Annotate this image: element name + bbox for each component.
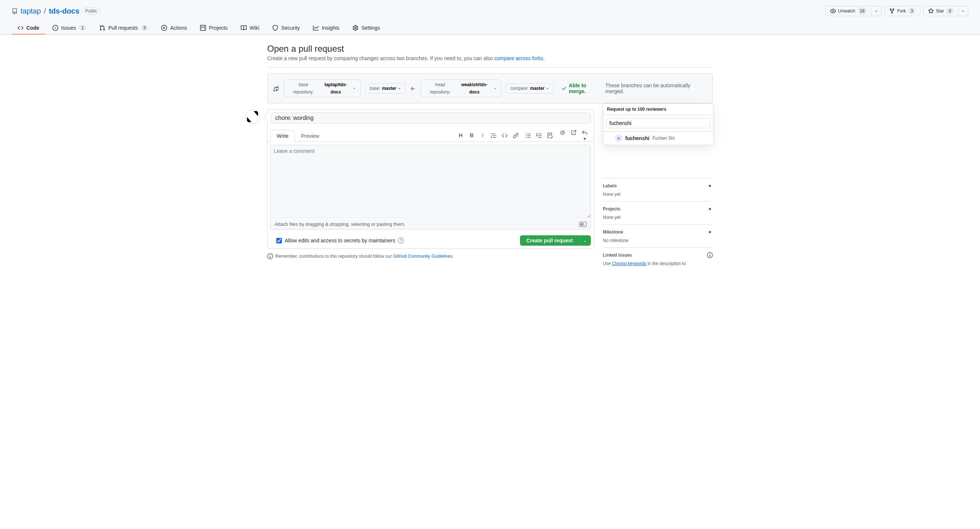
reviewer-username: fuchenshi: [625, 135, 649, 141]
tab-write[interactable]: Write: [270, 130, 295, 142]
repo-owner-link[interactable]: taptap: [21, 7, 41, 15]
repo-icon: [12, 8, 18, 14]
tab-settings[interactable]: Settings: [347, 22, 386, 35]
code-icon: [18, 25, 24, 31]
tab-projects[interactable]: Projects: [194, 22, 234, 35]
title-input[interactable]: [270, 113, 591, 124]
code-block-icon[interactable]: [501, 132, 508, 139]
guidelines-link[interactable]: GitHub Community Guidelines: [393, 254, 452, 259]
milestone-title: Milestone: [603, 229, 623, 234]
book-icon: [241, 25, 247, 31]
attach-hint[interactable]: Attach files by dragging & dropping, sel…: [270, 219, 591, 229]
tab-security[interactable]: Security: [266, 22, 305, 35]
task-list-icon[interactable]: [547, 132, 554, 139]
milestone-none: No milestone: [603, 238, 713, 243]
fork-icon: [889, 8, 895, 14]
projects-title: Projects: [603, 206, 620, 212]
tab-wiki[interactable]: Wiki: [235, 22, 265, 35]
star-icon: [928, 8, 934, 14]
compare-icon: [274, 85, 279, 91]
markdown-icon[interactable]: M↓: [579, 222, 587, 227]
tab-actions[interactable]: Actions: [155, 22, 193, 35]
linked-info[interactable]: [707, 252, 713, 258]
tab-issues[interactable]: Issues 1: [46, 22, 92, 35]
link-icon[interactable]: [512, 132, 519, 139]
body-textarea[interactable]: [270, 145, 591, 218]
issues-count: 1: [79, 25, 86, 30]
avatar: [245, 109, 260, 124]
info-icon: [707, 252, 713, 258]
projects-gear[interactable]: [707, 206, 713, 212]
labels-gear[interactable]: [707, 183, 713, 189]
popover-header: Request up to 100 reviewers: [603, 104, 713, 115]
create-pr-dropdown[interactable]: [579, 235, 591, 245]
caret-down-icon: [494, 87, 496, 90]
tab-code[interactable]: Code: [12, 22, 45, 35]
reviewer-result-item[interactable]: ✦ fuchenshi Fuchen Shi: [603, 132, 713, 145]
gear-icon: [707, 183, 713, 189]
base-repo-select[interactable]: base repository: taptap/tds-docs: [284, 80, 361, 97]
caret-down-icon: [961, 9, 965, 13]
page-subtitle: Create a new pull request by comparing c…: [267, 55, 713, 61]
reply-icon[interactable]: ▾: [581, 129, 588, 142]
tab-preview[interactable]: Preview: [295, 130, 325, 142]
check-icon: [561, 85, 566, 91]
reviewer-search-input[interactable]: [606, 118, 710, 128]
help-icon[interactable]: ?: [398, 237, 404, 244]
create-pr-button[interactable]: Create pull request: [520, 235, 579, 245]
star-button[interactable]: Star 0: [923, 6, 958, 16]
numbered-list-icon[interactable]: [536, 132, 542, 139]
closing-keywords-link[interactable]: Closing keywords: [612, 261, 646, 266]
bold-icon[interactable]: B: [468, 132, 475, 139]
tab-insights[interactable]: Insights: [307, 22, 345, 35]
merge-ok-label: Able to merge.: [569, 83, 603, 94]
caret-down-icon: [875, 9, 878, 13]
heading-icon[interactable]: H: [457, 132, 464, 139]
caret-down-icon: [353, 87, 356, 90]
compare-across-forks-link[interactable]: compare across forks: [494, 55, 543, 61]
base-branch-select[interactable]: base: master: [365, 83, 406, 94]
fork-count: 3: [908, 7, 915, 15]
star-label: Star: [936, 7, 944, 15]
arrow-left-icon: [410, 85, 416, 91]
pulls-count: 3: [141, 25, 148, 30]
visibility-badge: Public: [83, 7, 100, 15]
italic-icon[interactable]: I: [479, 132, 486, 139]
linked-title: Linked issues: [603, 253, 632, 258]
reviewer-fullname: Fuchen Shi: [652, 135, 675, 141]
footer-note: Remember, contributions to this reposito…: [267, 253, 594, 259]
repo-name-link[interactable]: tds-docs: [49, 7, 79, 15]
fork-button[interactable]: Fork 3: [885, 6, 920, 16]
tab-pulls[interactable]: Pull requests 3: [94, 22, 154, 35]
bullet-list-icon[interactable]: [525, 132, 531, 139]
page-title: Open a pull request: [267, 44, 713, 54]
quote-icon[interactable]: [490, 132, 497, 139]
star-dropdown[interactable]: [958, 6, 968, 16]
path-separator: /: [44, 7, 46, 15]
project-icon: [200, 25, 206, 31]
mention-icon[interactable]: @: [559, 129, 566, 142]
sidebar-projects: Projects None yet: [603, 202, 713, 225]
compare-branch-select[interactable]: compare: master: [505, 83, 554, 94]
user-avatar-icon: ✦: [615, 135, 622, 142]
caret-down-icon: [546, 87, 549, 90]
watch-dropdown[interactable]: [871, 6, 881, 16]
projects-none: None yet: [603, 215, 713, 220]
watch-count: 18: [858, 7, 867, 15]
milestone-gear[interactable]: [707, 229, 713, 235]
unwatch-button[interactable]: Unwatch 18: [825, 6, 871, 16]
labels-none: None yet: [603, 192, 713, 197]
allow-edits-checkbox[interactable]: [276, 238, 282, 244]
linked-desc: Use Closing keywords in the description …: [603, 261, 713, 266]
caret-down-icon: [583, 239, 587, 243]
fork-label: Fork: [897, 7, 906, 15]
reference-icon[interactable]: [570, 129, 577, 142]
eye-icon: [830, 8, 836, 14]
reviewer-popover: Request up to 100 reviewers ✦ fuchenshi …: [603, 104, 714, 145]
caret-down-icon: [398, 87, 401, 90]
issue-icon: [52, 25, 58, 31]
sidebar-linked-issues: Linked issues Use Closing keywords in th…: [603, 248, 713, 271]
merge-msg: These branches can be automatically merg…: [605, 83, 706, 94]
head-repo-select[interactable]: head repository: weakish/tds-docs: [420, 80, 501, 97]
gear-icon: [353, 25, 358, 31]
